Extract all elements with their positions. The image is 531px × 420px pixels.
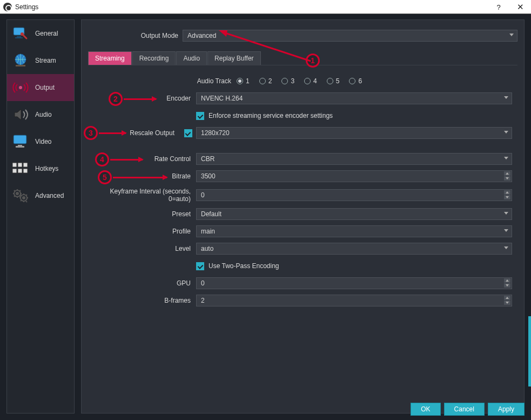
audio-track-6[interactable]: 6 bbox=[349, 77, 362, 85]
output-mode-value: Advanced bbox=[187, 32, 216, 39]
encoder-label: Encoder bbox=[88, 95, 196, 102]
output-mode-select[interactable]: Advanced bbox=[183, 30, 517, 42]
svg-point-17 bbox=[16, 192, 18, 195]
audio-track-row: Audio Track 1 2 3 4 5 6 bbox=[88, 75, 512, 87]
svg-rect-8 bbox=[18, 145, 22, 146]
svg-point-6 bbox=[19, 86, 22, 89]
twopass-row: Use Two-Pass Encoding bbox=[88, 260, 512, 272]
sidebar-item-audio[interactable]: Audio bbox=[7, 101, 74, 128]
svg-rect-13 bbox=[12, 169, 17, 173]
rescale-label: Rescale Output bbox=[88, 129, 180, 137]
keyframe-row: Keyframe Interval (seconds, 0=auto) 0 bbox=[88, 188, 512, 203]
level-value: auto bbox=[201, 245, 213, 252]
audio-track-4[interactable]: 4 bbox=[304, 77, 317, 85]
keyframe-input[interactable]: 0 bbox=[196, 189, 512, 201]
preset-select[interactable]: Default bbox=[196, 208, 512, 220]
twopass-label: Use Two-Pass Encoding bbox=[209, 262, 279, 270]
svg-rect-12 bbox=[23, 163, 28, 167]
gpu-input[interactable]: 0 bbox=[196, 277, 512, 289]
speaker-icon bbox=[11, 106, 30, 123]
rate-control-row: Rate Control CBR bbox=[88, 153, 512, 165]
globe-icon bbox=[11, 52, 30, 69]
keyframe-label: Keyframe Interval (seconds, 0=auto) bbox=[88, 188, 196, 203]
sidebar-item-output[interactable]: Output bbox=[7, 74, 74, 101]
audio-track-1[interactable]: 1 bbox=[237, 77, 250, 85]
twopass-checkbox[interactable] bbox=[196, 262, 204, 270]
spin-down[interactable] bbox=[504, 283, 510, 288]
svg-rect-15 bbox=[23, 169, 28, 173]
encoder-value: NVENC H.264 bbox=[201, 95, 243, 102]
bitrate-row: Bitrate 3500 bbox=[88, 170, 512, 182]
tab-streaming[interactable]: Streaming bbox=[88, 51, 132, 65]
svg-point-3 bbox=[21, 32, 24, 36]
gpu-row: GPU 0 bbox=[88, 277, 512, 289]
spin-down[interactable] bbox=[504, 176, 510, 181]
chevron-down-icon bbox=[504, 229, 508, 232]
settings-sidebar: General Stream Output Audio bbox=[6, 19, 75, 414]
profile-label: Profile bbox=[88, 228, 196, 235]
apply-button[interactable]: Apply bbox=[488, 403, 525, 416]
spin-down[interactable] bbox=[504, 301, 510, 305]
tab-audio[interactable]: Audio bbox=[176, 51, 207, 65]
audio-track-5[interactable]: 5 bbox=[327, 77, 340, 85]
spin-up[interactable] bbox=[504, 296, 510, 300]
spin-up[interactable] bbox=[504, 190, 510, 195]
spin-up[interactable] bbox=[504, 171, 510, 176]
encoder-row: Encoder NVENC H.264 bbox=[88, 92, 512, 104]
sidebar-item-hotkeys[interactable]: Hotkeys bbox=[7, 155, 74, 182]
tab-recording[interactable]: Recording bbox=[132, 51, 176, 65]
svg-rect-11 bbox=[18, 163, 22, 167]
preset-value: Default bbox=[201, 210, 221, 218]
cancel-button[interactable]: Cancel bbox=[444, 403, 485, 416]
rate-control-select[interactable]: CBR bbox=[196, 153, 512, 165]
output-mode-label: Output Mode bbox=[88, 32, 183, 39]
bitrate-input[interactable]: 3500 bbox=[196, 170, 512, 182]
sidebar-item-label: Hotkeys bbox=[35, 165, 58, 172]
rate-control-value: CBR bbox=[201, 155, 214, 163]
ok-button[interactable]: OK bbox=[411, 403, 440, 416]
level-select[interactable]: auto bbox=[196, 243, 512, 255]
close-button[interactable]: ✕ bbox=[509, 2, 531, 12]
bitrate-label: Bitrate bbox=[88, 172, 196, 180]
titlebar: Settings ? ✕ bbox=[0, 0, 531, 14]
dialog-footer: OK Cancel Apply bbox=[411, 403, 525, 416]
sidebar-item-general[interactable]: General bbox=[7, 20, 74, 47]
rescale-select[interactable]: 1280x720 bbox=[196, 127, 512, 139]
app-icon bbox=[3, 3, 12, 11]
enforce-label: Enforce streaming service encoder settin… bbox=[209, 112, 333, 119]
monitor-icon bbox=[11, 133, 30, 150]
tab-replay-buffer[interactable]: Replay Buffer bbox=[207, 51, 261, 65]
svg-rect-2 bbox=[15, 37, 23, 38]
sidebar-item-stream[interactable]: Stream bbox=[7, 47, 74, 74]
svg-rect-7 bbox=[14, 135, 26, 144]
profile-row: Profile main bbox=[88, 225, 512, 237]
enforce-row: Enforce streaming service encoder settin… bbox=[88, 110, 512, 122]
rescale-checkbox[interactable] bbox=[184, 129, 192, 137]
gears-icon bbox=[11, 187, 30, 204]
chevron-down-icon bbox=[509, 34, 514, 36]
chevron-down-icon bbox=[504, 96, 508, 99]
sidebar-item-label: Video bbox=[35, 138, 51, 145]
chevron-down-icon bbox=[504, 131, 508, 134]
enforce-checkbox[interactable] bbox=[196, 112, 204, 120]
sidebar-item-video[interactable]: Video bbox=[7, 128, 74, 155]
sidebar-item-label: Output bbox=[35, 84, 55, 91]
profile-select[interactable]: main bbox=[196, 225, 512, 237]
sidebar-item-advanced[interactable]: Advanced bbox=[7, 182, 74, 209]
edge-artifact bbox=[528, 316, 531, 386]
gpu-label: GPU bbox=[88, 279, 196, 287]
help-button[interactable]: ? bbox=[488, 3, 509, 11]
encoder-select[interactable]: NVENC H.264 bbox=[196, 92, 512, 104]
audio-track-2[interactable]: 2 bbox=[259, 77, 272, 85]
sidebar-item-label: Advanced bbox=[35, 192, 64, 199]
spin-down[interactable] bbox=[504, 195, 510, 199]
audio-track-3[interactable]: 3 bbox=[281, 77, 294, 85]
svg-rect-1 bbox=[17, 36, 21, 37]
svg-point-19 bbox=[23, 197, 25, 199]
rescale-value: 1280x720 bbox=[201, 129, 230, 137]
sidebar-item-label: Audio bbox=[35, 111, 52, 118]
audio-track-radios: 1 2 3 4 5 6 bbox=[237, 77, 362, 85]
spin-up[interactable] bbox=[504, 278, 510, 283]
chevron-down-icon bbox=[504, 246, 508, 249]
bframes-input[interactable]: 2 bbox=[196, 295, 512, 306]
